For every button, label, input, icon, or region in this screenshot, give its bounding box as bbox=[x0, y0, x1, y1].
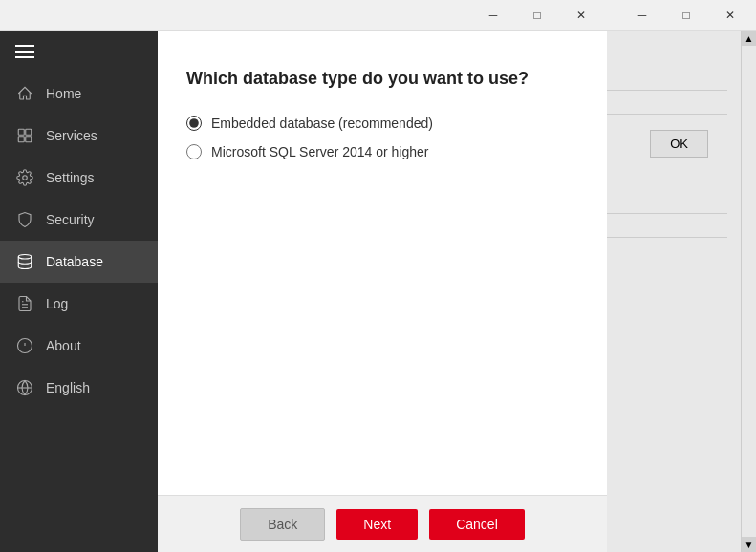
sidebar-item-database-label: Database bbox=[46, 254, 103, 269]
ok-button[interactable]: OK bbox=[650, 130, 708, 158]
sidebar-item-security[interactable]: Security bbox=[0, 199, 158, 241]
main-titlebar: ─ □ ✕ bbox=[0, 0, 607, 31]
sidebar-item-about-label: About bbox=[46, 338, 81, 353]
sidebar-item-log[interactable]: Log bbox=[0, 283, 158, 325]
main-minimize-button[interactable]: ─ bbox=[471, 0, 515, 31]
hamburger-line-1 bbox=[15, 45, 34, 47]
sidebar: Home Services Settings bbox=[0, 31, 158, 552]
sidebar-item-database[interactable]: Database bbox=[0, 241, 158, 283]
main-maximize-button[interactable]: □ bbox=[515, 0, 559, 31]
main-content: Which database type do you want to use? … bbox=[158, 31, 607, 552]
database-type-radio-group: Embedded database (recommended) Microsof… bbox=[186, 116, 578, 159]
hamburger-line-2 bbox=[15, 51, 34, 53]
sidebar-item-log-label: Log bbox=[46, 296, 68, 311]
back-button[interactable]: Back bbox=[240, 508, 325, 541]
radio-option-embedded[interactable]: Embedded database (recommended) bbox=[186, 116, 578, 131]
sidebar-item-settings[interactable]: Settings bbox=[0, 157, 158, 199]
scrollbar[interactable]: ▲ ▼ bbox=[741, 31, 756, 552]
next-button[interactable]: Next bbox=[336, 509, 418, 540]
scroll-down-button[interactable]: ▼ bbox=[742, 537, 756, 552]
sidebar-item-services-label: Services bbox=[46, 128, 97, 143]
sidebar-language-label: English bbox=[46, 380, 90, 395]
sidebar-item-settings-label: Settings bbox=[46, 170, 95, 185]
svg-rect-3 bbox=[26, 137, 32, 142]
sidebar-item-about[interactable]: About bbox=[0, 325, 158, 367]
sidebar-item-home-label: Home bbox=[46, 86, 81, 101]
wizard-body: Which database type do you want to use? … bbox=[158, 31, 607, 495]
main-close-button[interactable]: ✕ bbox=[559, 0, 603, 31]
home-icon bbox=[15, 84, 34, 103]
bg-maximize-button[interactable]: □ bbox=[664, 0, 708, 31]
language-icon bbox=[15, 378, 34, 397]
radio-embedded-label: Embedded database (recommended) bbox=[211, 116, 433, 131]
sidebar-item-home[interactable]: Home bbox=[0, 73, 158, 115]
sidebar-item-services[interactable]: Services bbox=[0, 115, 158, 157]
hamburger-icon bbox=[15, 45, 34, 58]
services-icon bbox=[15, 126, 34, 145]
svg-rect-0 bbox=[18, 129, 24, 135]
main-body: Home Services Settings bbox=[0, 31, 607, 552]
wizard-footer: Back Next Cancel bbox=[158, 495, 607, 552]
hamburger-button[interactable] bbox=[0, 31, 158, 73]
svg-rect-1 bbox=[26, 129, 32, 135]
cancel-button[interactable]: Cancel bbox=[429, 509, 525, 540]
sidebar-language[interactable]: English bbox=[0, 367, 158, 409]
radio-mssql-label: Microsoft SQL Server 2014 or higher bbox=[211, 144, 428, 159]
svg-point-4 bbox=[23, 176, 28, 180]
scroll-up-button[interactable]: ▲ bbox=[742, 31, 756, 46]
about-icon bbox=[15, 336, 34, 355]
sidebar-item-security-label: Security bbox=[46, 212, 95, 227]
main-window: ─ □ ✕ Home bbox=[0, 0, 607, 552]
wizard-title: Which database type do you want to use? bbox=[186, 69, 578, 89]
settings-icon bbox=[15, 168, 34, 187]
svg-rect-2 bbox=[18, 137, 24, 142]
bg-minimize-button[interactable]: ─ bbox=[620, 0, 664, 31]
log-icon bbox=[15, 294, 34, 313]
radio-option-mssql[interactable]: Microsoft SQL Server 2014 or higher bbox=[186, 144, 578, 159]
security-icon bbox=[15, 210, 34, 229]
svg-point-5 bbox=[18, 255, 32, 260]
bg-close-button[interactable]: ✕ bbox=[708, 0, 752, 31]
radio-mssql[interactable] bbox=[186, 144, 202, 159]
radio-embedded[interactable] bbox=[186, 116, 202, 131]
database-icon bbox=[15, 252, 34, 271]
hamburger-line-3 bbox=[15, 56, 34, 58]
